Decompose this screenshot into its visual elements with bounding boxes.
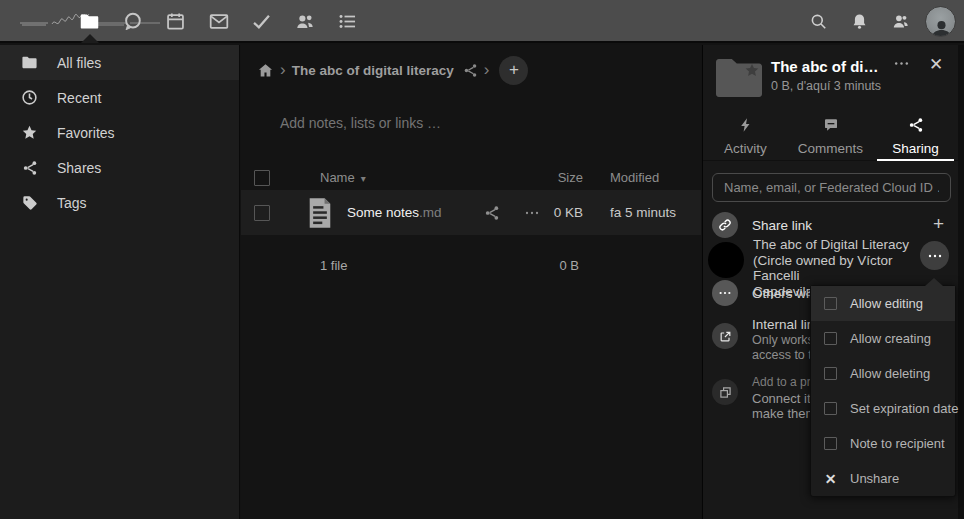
- menu-item-unshare[interactable]: ✕ Unshare: [811, 461, 955, 496]
- unshare-x-icon: ✕: [824, 471, 837, 487]
- breadcrumb-chevron: ›: [484, 60, 490, 80]
- select-all-checkbox[interactable]: [254, 170, 270, 186]
- menu-item-allow-creating[interactable]: Allow creating: [811, 321, 955, 356]
- app-list-icon[interactable]: [326, 0, 369, 43]
- file-share-icon[interactable]: [484, 205, 500, 221]
- tab-label: Activity: [724, 141, 767, 156]
- contacts-icon[interactable]: [283, 0, 326, 43]
- tab-label: Sharing: [892, 141, 939, 156]
- file-name: Some notes.md: [347, 205, 442, 220]
- file-basename: Some notes: [347, 205, 419, 220]
- column-header-size[interactable]: Size: [558, 170, 583, 185]
- calendar-icon[interactable]: [154, 0, 197, 43]
- circle-avatar: [708, 242, 744, 278]
- column-name-label: Name: [320, 170, 355, 185]
- panel-tabs: Activity Comments Sharing: [703, 113, 958, 161]
- app-window: All files Recent Favorites Shares Tags: [0, 0, 964, 519]
- files-folder-icon[interactable]: [68, 0, 111, 43]
- allow-creating-checkbox[interactable]: [824, 332, 837, 345]
- file-extension: .md: [419, 205, 442, 220]
- menu-item-note-to-recipient[interactable]: Note to recipient: [811, 426, 955, 461]
- search-icon[interactable]: [802, 6, 834, 38]
- sidebar-item-favorites[interactable]: Favorites: [0, 115, 239, 150]
- menu-item-set-expiration-date[interactable]: Set expiration date: [811, 391, 955, 426]
- tab-sharing[interactable]: Sharing: [873, 113, 958, 160]
- sidebar-item-all-files[interactable]: All files: [0, 45, 239, 80]
- sharee-search-input[interactable]: [712, 173, 951, 202]
- sidebar-item-tags[interactable]: Tags: [0, 185, 239, 220]
- menu-item-label: Allow creating: [850, 331, 931, 346]
- file-more-actions-icon[interactable]: [524, 205, 540, 221]
- menu-item-label: Unshare: [850, 471, 899, 486]
- sidebar-item-label: All files: [57, 55, 101, 71]
- sidebar-item-label: Tags: [57, 195, 87, 211]
- file-checkbox[interactable]: [254, 205, 270, 221]
- top-header-bar: [0, 0, 964, 43]
- link-icon: [712, 212, 738, 238]
- mail-icon[interactable]: [197, 0, 240, 43]
- menu-item-label: Note to recipient: [850, 436, 945, 451]
- share-entry-more-button[interactable]: [920, 241, 949, 270]
- sort-caret-icon: ▾: [361, 173, 366, 184]
- sidebar-item-label: Favorites: [57, 125, 115, 141]
- allow-deleting-checkbox[interactable]: [824, 367, 837, 380]
- file-size: 0 KB: [554, 205, 583, 220]
- folder-thumbnail: [714, 56, 764, 102]
- clock-icon: [21, 89, 38, 106]
- share-entry-line: The abc of Digital Literacy: [753, 237, 909, 252]
- file-list-summary: 1 file 0 B: [241, 245, 701, 285]
- set-expiration-checkbox[interactable]: [824, 402, 837, 415]
- sidebar-item-shares[interactable]: Shares: [0, 150, 239, 185]
- share-link-label: Share link: [752, 218, 812, 233]
- breadcrumb-chevron: ›: [280, 60, 286, 80]
- close-icon[interactable]: ✕: [929, 54, 943, 75]
- tag-icon: [21, 195, 38, 211]
- new-file-button[interactable]: +: [499, 56, 528, 85]
- ellipsis-avatar-icon: [712, 280, 738, 306]
- lightning-icon: [738, 117, 754, 136]
- menu-item-label: Allow deleting: [850, 366, 930, 381]
- file-row-some-notes[interactable]: Some notes.md 0 KB fa 5 minuts: [241, 190, 701, 235]
- breadcrumb: › The abc of digital literacy › +: [241, 45, 701, 95]
- contacts-menu-icon[interactable]: [884, 6, 916, 38]
- menu-item-allow-editing[interactable]: Allow editing: [811, 286, 955, 321]
- column-header-name[interactable]: Name▾: [320, 170, 366, 185]
- panel-subtitle: 0 B, d'aquí 3 minuts: [771, 79, 881, 93]
- projects-icon: [712, 379, 738, 405]
- tab-activity[interactable]: Activity: [703, 113, 788, 160]
- panel-more-actions-icon[interactable]: [893, 55, 910, 76]
- notes-placeholder-field[interactable]: Add notes, lists or links …: [280, 115, 670, 131]
- tab-label: Comments: [798, 141, 863, 156]
- shared-indicator-icon[interactable]: [463, 63, 478, 78]
- total-size: 0 B: [559, 258, 579, 273]
- allow-editing-checkbox[interactable]: [824, 297, 837, 310]
- home-icon[interactable]: [257, 62, 274, 79]
- tab-comments[interactable]: Comments: [788, 113, 873, 160]
- menu-item-allow-deleting[interactable]: Allow deleting: [811, 356, 955, 391]
- tasks-check-icon[interactable]: [240, 0, 283, 43]
- user-avatar[interactable]: [925, 6, 956, 37]
- scrollbar-track[interactable]: [958, 45, 964, 519]
- menu-item-label: Set expiration date: [850, 401, 958, 416]
- panel-title: The abc of di…: [771, 58, 891, 75]
- internal-link-icon: [712, 323, 738, 349]
- share-actions-menu: Allow editing Allow creating Allow delet…: [810, 285, 956, 497]
- column-header-modified[interactable]: Modified: [610, 170, 659, 185]
- talk-icon[interactable]: [111, 0, 154, 43]
- file-count: 1 file: [320, 258, 347, 273]
- notifications-bell-icon[interactable]: [843, 6, 875, 38]
- note-to-recipient-checkbox[interactable]: [824, 437, 837, 450]
- share-entry-line: (Circle owned by Víctor Fancelli: [753, 253, 893, 284]
- folder-icon: [21, 54, 38, 71]
- sidebar-item-label: Recent: [57, 90, 101, 106]
- app-navigation-bar: [68, 0, 369, 43]
- sidebar-item-label: Shares: [57, 160, 101, 176]
- add-share-link-button[interactable]: +: [933, 213, 944, 235]
- breadcrumb-folder-name[interactable]: The abc of digital literacy: [292, 63, 454, 78]
- markdown-file-icon: [306, 197, 334, 229]
- active-app-pointer: [81, 34, 99, 43]
- sidebar-item-recent[interactable]: Recent: [0, 80, 239, 115]
- files-sidebar: All files Recent Favorites Shares Tags: [0, 45, 240, 519]
- star-icon: [21, 124, 38, 141]
- share-link-row[interactable]: Share link +: [703, 210, 958, 240]
